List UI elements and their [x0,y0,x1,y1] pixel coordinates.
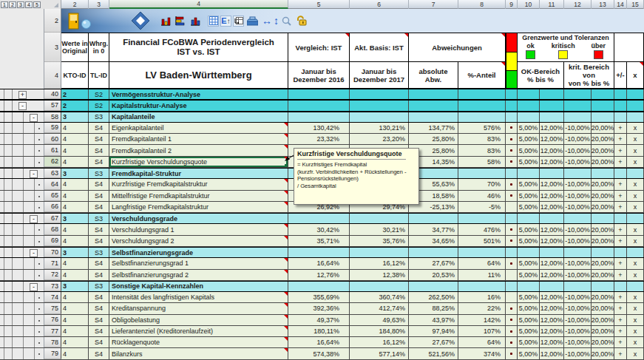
cell-krit-to[interactable] [592,282,614,291]
cell-anteil[interactable]: 476% [458,224,506,234]
cell-label[interactable]: Mittelfristige Fremdkapitalstruktur [109,191,288,201]
cell-anteil[interactable]: 64% [458,337,506,347]
cell-label[interactable]: Lieferantenziel (Kreditorenlaufzeit) [109,326,288,336]
row-header[interactable]: 2 [44,9,61,33]
cell-value-2016[interactable]: 574,38% [288,348,350,359]
row-header[interactable]: 72 [44,270,61,280]
cell-label[interactable]: Verschuldungsgrad 2 [109,236,288,246]
cell-kto-id[interactable]: 4 [61,224,89,234]
cell-x[interactable]: x [627,315,644,325]
cell-absolute-abw[interactable]: 262,50% [409,292,458,302]
row-header[interactable]: 67 [44,214,61,223]
cell-label[interactable]: Fremdkapital-Struktur [109,169,288,178]
cell-tl-id[interactable]: S4 [89,258,109,268]
cell-krit-to[interactable]: 20,00% [592,224,614,234]
cell-value-2016[interactable]: 49,37% [288,315,350,325]
cell-value-2017[interactable]: 16,12% [350,337,409,347]
search-icon[interactable] [282,16,291,26]
cell-krit-from[interactable]: -10,00% [564,303,592,313]
cell-x[interactable] [627,248,644,257]
row-header[interactable]: 77 [44,326,61,336]
cell-ok-to[interactable]: 12,00% [540,315,564,325]
cell-plusminus[interactable]: + [614,202,627,212]
cell-x[interactable]: x [627,202,644,212]
cell-krit-from[interactable] [564,248,592,257]
row-header[interactable]: 64 [44,179,61,189]
cell-krit-to[interactable]: 20,00% [592,326,614,336]
cell-x[interactable]: x [627,303,644,313]
cell-anteil[interactable]: 83% [458,145,506,155]
cell-value-2017[interactable] [350,282,409,291]
cell-kto-id[interactable]: 4 [61,236,89,246]
cell-kto-id[interactable]: 4 [61,348,89,359]
cell-value-2016[interactable] [288,248,350,257]
cell-krit-from[interactable]: -10,00% [564,270,592,280]
row-header[interactable]: 69 [44,236,61,246]
cell-kto-id[interactable]: 4 [61,134,89,144]
cell-x[interactable]: x [627,179,644,189]
cell-ok-from[interactable]: 5,00% [518,270,540,280]
cell-krit-from[interactable] [564,101,592,110]
cell-krit-to[interactable]: 20,00% [592,123,614,133]
cell-krit-to[interactable] [592,112,614,122]
cell-tl-id[interactable]: S3 [89,248,109,257]
outline-level-button[interactable]: 3 [17,1,24,8]
column-header[interactable]: 5 [288,0,350,9]
cell-x[interactable]: x [627,326,644,336]
cell-plusminus[interactable]: + [614,315,627,325]
row-header[interactable]: 62 [44,157,61,167]
status-indicator[interactable] [506,337,518,347]
cell-value-2017[interactable]: 360,74% [350,292,409,302]
cell-krit-to[interactable]: 20,00% [592,179,614,189]
cell-label[interactable]: Fremdkapitalanteil 2 [109,145,288,155]
column-header[interactable]: 8 [458,0,506,9]
cell-label[interactable]: Rücklagenquote [109,337,288,347]
cell-krit-from[interactable] [564,112,592,122]
cell-anteil[interactable]: 46% [458,191,506,201]
cell-kto-id[interactable]: 3 [61,248,89,257]
cell-value-2016[interactable]: 16,64% [288,337,350,347]
cell-kto-id[interactable]: 4 [61,179,89,189]
cell-absolute-abw[interactable]: 521,56% [409,348,458,359]
cell-krit-to[interactable]: 20,00% [592,258,614,268]
cell-anteil[interactable] [458,169,506,178]
cell-tl-id[interactable]: S4 [89,236,109,246]
cell-krit-from[interactable] [564,214,592,223]
status-indicator[interactable] [506,303,518,313]
cell-tl-id[interactable]: S3 [89,282,109,291]
row-header[interactable]: 73 [44,282,61,291]
cell-ok-to[interactable]: 12,00% [540,191,564,201]
cell-value-2017[interactable] [350,214,409,223]
status-indicator[interactable] [506,326,518,336]
cell-absolute-abw[interactable]: 34,65% [409,236,458,246]
cell-absolute-abw[interactable]: 27,67% [409,258,458,268]
cell-ok-from[interactable]: 5,00% [518,326,540,336]
cell-plusminus[interactable] [614,89,627,99]
cell-plusminus[interactable] [614,101,627,110]
status-indicator[interactable] [506,282,518,291]
cell-krit-from[interactable]: -10,00% [564,258,592,268]
cell-krit-from[interactable]: -10,00% [564,191,592,201]
cell-plusminus[interactable]: + [614,326,627,336]
cell-absolute-abw[interactable] [409,101,458,110]
row-header[interactable]: 58 [44,112,61,122]
cell-anteil[interactable] [458,282,506,291]
cell-krit-to[interactable]: 20,00% [592,292,614,302]
cell-anteil[interactable]: 83% [458,134,506,144]
cell-kto-id[interactable]: 2 [61,89,89,99]
cell-x[interactable]: x [627,236,644,246]
cell-plusminus[interactable]: + [614,303,627,313]
cell-label[interactable]: Eigenkapitalanteil [109,123,288,133]
column-header[interactable]: 7 [409,0,458,9]
cell-label[interactable]: Selbstfinanzierungsgrad 1 [109,258,288,268]
cell-krit-from[interactable] [564,169,592,178]
cell-label[interactable]: Sonstige Kapital-Kennzahlen [109,282,288,291]
cell-ok-to[interactable] [540,112,564,122]
cell-label[interactable]: Kurzfristige Verschuldungsquote [109,157,288,167]
cell-ok-to[interactable] [540,101,564,110]
cell-anteil[interactable]: 576% [458,123,506,133]
cell-label[interactable]: Vermögensstruktur-Analyse [109,89,288,99]
cell-anteil[interactable]: 64% [458,258,506,268]
cell-x[interactable] [627,169,644,178]
cell-krit-to[interactable]: 20,00% [592,348,614,359]
